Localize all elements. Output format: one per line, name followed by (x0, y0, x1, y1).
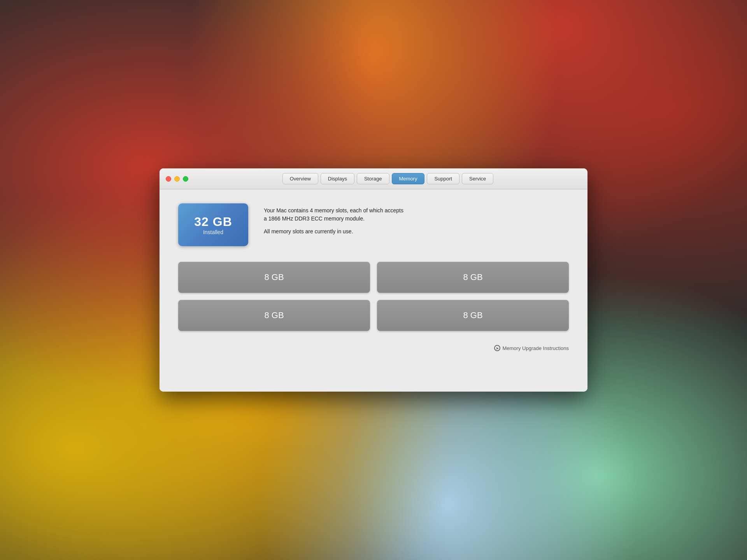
memory-slots-grid: 8 GB 8 GB 8 GB 8 GB (178, 262, 569, 331)
titlebar: Overview Displays Storage Memory Support… (160, 168, 587, 189)
memory-installed-label: Installed (203, 229, 223, 235)
memory-content: 32 GB Installed Your Mac contains 4 memo… (160, 189, 587, 392)
memory-slot-4: 8 GB (377, 300, 569, 331)
minimize-button[interactable] (174, 176, 180, 182)
description-text-1: Your Mac contains 4 memory slots, each o… (264, 206, 569, 223)
top-section: 32 GB Installed Your Mac contains 4 memo… (178, 203, 569, 246)
about-this-mac-window: Overview Displays Storage Memory Support… (160, 168, 587, 392)
memory-slot-1: 8 GB (178, 262, 370, 293)
upgrade-link-icon: ➤ (494, 345, 500, 351)
tab-displays[interactable]: Displays (321, 173, 354, 184)
tab-storage[interactable]: Storage (357, 173, 389, 184)
maximize-button[interactable] (183, 176, 188, 182)
memory-upgrade-link[interactable]: ➤ Memory Upgrade Instructions (494, 345, 569, 351)
upgrade-link-text: Memory Upgrade Instructions (502, 345, 569, 351)
close-button[interactable] (166, 176, 171, 182)
traffic-lights (166, 176, 188, 182)
tab-support[interactable]: Support (427, 173, 459, 184)
memory-slot-3: 8 GB (178, 300, 370, 331)
description-text-2: All memory slots are currently in use. (264, 228, 569, 236)
tab-overview[interactable]: Overview (282, 173, 318, 184)
memory-size: 32 GB (194, 215, 232, 229)
memory-badge: 32 GB Installed (178, 203, 248, 246)
tab-service[interactable]: Service (462, 173, 493, 184)
footer: ➤ Memory Upgrade Instructions (178, 345, 569, 351)
memory-description: Your Mac contains 4 memory slots, each o… (264, 203, 569, 240)
memory-slot-2: 8 GB (377, 262, 569, 293)
tab-bar: Overview Displays Storage Memory Support… (195, 173, 581, 184)
tab-memory[interactable]: Memory (392, 173, 425, 184)
